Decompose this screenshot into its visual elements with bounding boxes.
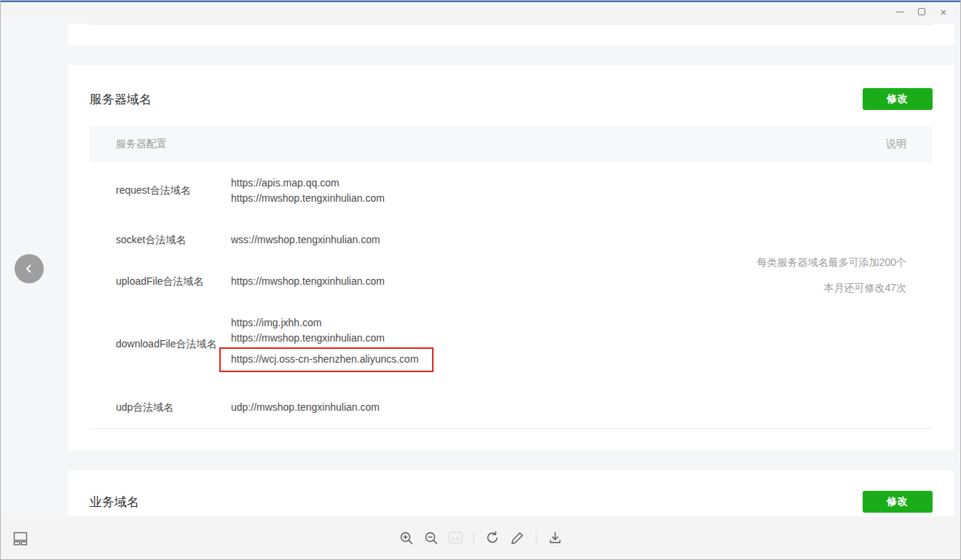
row-values: wss://mwshop.tengxinhulian.com [231,232,380,248]
domain-value: udp://mwshop.tengxinhulian.com [231,400,380,415]
content-viewport[interactable]: 服务器域名 修改 服务器配置 说明 request合法域名 https://ap… [1,21,960,518]
viewer-tools: 1:1 [397,529,564,547]
row-values: udp://mwshop.tengxinhulian.com [231,400,380,415]
pencil-icon [509,530,525,545]
back-button[interactable] [15,254,44,283]
maximize-icon [918,8,925,15]
note-remaining: 本月还可修改47次 [757,280,906,296]
domain-value: https://mwshop.tengxinhulian.com [231,274,385,289]
rotate-button[interactable] [483,529,501,547]
table-row-request: request合法域名 https://apis.map.qq.com http… [90,162,933,219]
viewer-footer-toolbar: 1:1 [1,516,960,559]
server-card-header: 服务器域名 修改 [90,65,933,116]
domain-value: wss://mwshop.tengxinhulian.com [231,232,380,248]
zoom-in-button[interactable] [397,529,415,547]
partial-top-card [68,24,954,46]
table-row-downloadfile: downloadFile合法域名 https://img.jxhh.com ht… [90,302,933,387]
download-button[interactable] [546,529,564,547]
layout-icon [12,530,28,545]
table-row-udp: udp合法域名 udp://mwshop.tengxinhulian.com [90,387,933,428]
highlighted-domain-annotation: https://wcj.oss-cn-shenzhen.aliyuncs.com [219,347,434,372]
table-header-note: 说明 [886,138,906,151]
window-top-accent [1,1,960,2]
zoom-out-icon [423,530,439,545]
domain-value: https://apis.map.qq.com [231,176,385,191]
table-header-config: 服务器配置 [116,138,167,151]
actual-size-icon: 1:1 [448,532,462,544]
row-values: https://apis.map.qq.com https://mwshop.t… [231,176,385,206]
row-label: udp合法域名 [116,401,231,414]
row-label: uploadFile合法域名 [116,275,231,288]
zoom-out-button[interactable] [422,529,440,547]
card-column: 服务器域名 修改 服务器配置 说明 request合法域名 https://ap… [68,24,954,518]
close-button[interactable]: × [933,3,954,20]
business-card-header: 业务域名 修改 [90,470,933,516]
business-domain-card: 业务域名 修改 [68,470,954,518]
row-values: https://img.jxhh.com https://mwshop.teng… [231,315,434,374]
minimize-button[interactable] [889,3,911,20]
download-icon [547,530,562,545]
minimize-icon [896,12,904,12]
row-label: request合法域名 [116,184,231,197]
rotate-icon [485,530,500,545]
row-label: downloadFile合法域名 [116,338,231,351]
table-header-row: 服务器配置 说明 [90,126,933,162]
domain-value: https://mwshop.tengxinhulian.com [231,331,434,346]
toolbar-separator [536,532,536,545]
domain-notes: 每类服务器域名最多可添加200个 本月还可修改47次 [757,254,906,305]
row-label: socket合法域名 [116,234,231,247]
actual-size-button[interactable]: 1:1 [447,531,463,545]
row-values: https://mwshop.tengxinhulian.com [231,274,385,289]
close-icon: × [941,7,947,17]
thumbnail-layout-button[interactable] [11,529,30,547]
toolbar-separator [473,532,474,545]
card-divider [90,24,933,25]
title-bar: × [1,2,960,21]
app-window: × 服务器域名 修改 服务器配置 说明 req [0,0,961,560]
maximize-button[interactable] [911,3,933,20]
domain-value: https://img.jxhh.com [231,315,434,331]
business-card-title: 业务域名 [90,494,139,510]
note-max-per-type: 每类服务器域名最多可添加200个 [757,254,906,270]
domain-value: https://mwshop.tengxinhulian.com [231,191,385,206]
edit-button[interactable] [508,529,526,547]
chevron-left-icon [21,261,37,277]
server-card-title: 服务器域名 [90,91,152,108]
server-modify-button[interactable]: 修改 [863,88,933,110]
zoom-in-icon [399,530,414,545]
business-modify-button[interactable]: 修改 [863,491,933,513]
server-domain-card: 服务器域名 修改 服务器配置 说明 request合法域名 https://ap… [68,65,954,451]
